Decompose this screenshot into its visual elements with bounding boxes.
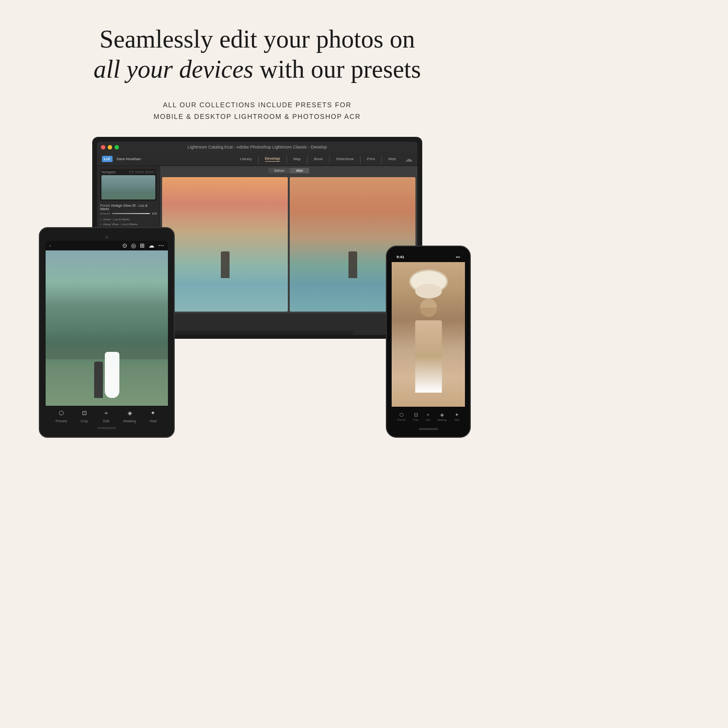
tablet-tool-masking[interactable]: ◈ Masking: [123, 409, 136, 423]
tablet-icon-5[interactable]: ⋯: [158, 242, 164, 249]
phone-screen: 9:41 ▪▪▪: [392, 251, 465, 426]
lr-view-tabs: Before After: [160, 166, 417, 175]
maximize-button[interactable]: [115, 145, 119, 149]
amount-row: Amount 100: [100, 212, 157, 215]
nav-print[interactable]: Print: [367, 157, 375, 161]
mountain-bg: [46, 297, 168, 359]
lr-photos: [160, 175, 417, 314]
tablet-photo: [46, 250, 168, 406]
presets-icon: ⬡: [56, 409, 66, 418]
close-button[interactable]: [101, 145, 105, 149]
edit-label: Edit: [103, 419, 109, 423]
photo-figure: [221, 251, 230, 278]
tablet-icon-3[interactable]: ⊞: [140, 242, 145, 249]
masking-label: Masking: [123, 419, 136, 423]
tablet-toolbar: ⬡ Presets ⊡ Crop ≡ Edit ◈ Masking: [46, 406, 168, 425]
preset-label: Preset Vintage Glow 05 - Lou & Marks: [100, 204, 157, 211]
tablet-tool-edit[interactable]: ≡ Edit: [101, 409, 111, 423]
amount-value: 100: [152, 212, 157, 215]
headline-italic: all your devices: [94, 55, 253, 83]
tablet-icon-4[interactable]: ☁: [149, 242, 154, 249]
nav-develop[interactable]: Develop: [265, 156, 280, 162]
lr-header: LrC Sara Houlihan Library | Develop | Ma…: [97, 152, 417, 166]
phone-presets-icon: ⬡: [399, 412, 404, 417]
lr-user: Sara Houlihan: [116, 157, 141, 161]
lr-nav: Library | Develop | Map | Book | Slidesh…: [240, 154, 413, 164]
tablet-body: ‹ ⊙ ◎ ⊞ ☁ ⋯: [39, 227, 175, 438]
list-item[interactable]: Vacay Vibes - Lou & Marks: [100, 222, 157, 227]
preset-value: Vintage Glow 05 - Lou & Marks: [100, 204, 148, 211]
edit-icon: ≡: [101, 409, 111, 418]
phone-toolbar: ⬡ Presets ⊡ Crop ≡ Edit ◈ Masking: [392, 407, 465, 426]
tablet-status-bar: ‹ ⊙ ◎ ⊞ ☁ ⋯: [46, 241, 168, 250]
phone-tool-heal[interactable]: ✦ Heal: [454, 412, 459, 421]
lr-main: Before After: [160, 166, 417, 314]
bride-figure: [105, 352, 119, 398]
phone-edit-label: Edit: [426, 418, 430, 421]
heal-icon: ✦: [148, 409, 158, 418]
main-headline: Seamlessly edit your photos on all your …: [94, 24, 421, 85]
groom-figure: [94, 362, 103, 398]
traffic-lights: [101, 145, 119, 149]
tablet-top-icons: ⊙ ◎ ⊞ ☁ ⋯: [122, 242, 164, 249]
subheadline-line2: MOBILE & DESKTOP LIGHTROOM & PHOTOSHOP A…: [154, 111, 361, 123]
crop-icon: ⊡: [80, 409, 89, 418]
phone-tool-presets[interactable]: ⬡ Presets: [397, 412, 406, 421]
tablet-home-indicator: [97, 427, 116, 429]
nav-library[interactable]: Library: [240, 157, 251, 161]
phone-time: 9:41: [397, 255, 404, 259]
laptop-titlebar: Lightroom Catalog.lrcat - Adobe Photosho…: [97, 142, 417, 152]
phone-crop-icon: ⊡: [414, 412, 418, 417]
tablet: ‹ ⊙ ◎ ⊞ ☁ ⋯: [39, 227, 175, 438]
tablet-tool-presets[interactable]: ⬡ Presets: [56, 409, 67, 423]
amount-label: Amount: [100, 212, 110, 215]
tablet-icon-1[interactable]: ⊙: [122, 242, 127, 249]
camera-dot: [105, 236, 108, 239]
model-body: [415, 320, 442, 393]
tablet-tool-heal[interactable]: ✦ Heal: [148, 409, 158, 423]
phone-home-bar: [419, 428, 438, 430]
phone-tool-crop[interactable]: ⊡ Crop: [413, 412, 418, 421]
lr-navigator: Navigator FIT 100% 200% !: [100, 169, 157, 201]
headline-rest: with our presets: [253, 55, 421, 83]
phone-photo: [392, 262, 465, 407]
before-photo: [162, 177, 288, 312]
amount-slider[interactable]: [112, 213, 150, 214]
phone-body: 9:41 ▪▪▪: [386, 246, 471, 438]
masking-icon: ◈: [125, 409, 134, 418]
tablet-tool-crop[interactable]: ⊡ Crop: [80, 409, 89, 423]
nav-web[interactable]: Web: [388, 157, 396, 161]
list-item[interactable]: Urban - Lou & Marks: [100, 217, 157, 222]
window-title: Lightroom Catalog.lrcat - Adobe Photosho…: [187, 145, 327, 149]
tablet-screen: ‹ ⊙ ◎ ⊞ ☁ ⋯: [46, 241, 168, 425]
devices-container: Lightroom Catalog.lrcat - Adobe Photosho…: [29, 137, 485, 438]
tab-after[interactable]: After: [290, 168, 309, 173]
subheadline-line1: ALL OUR COLLECTIONS INCLUDE PRESETS FOR: [154, 99, 361, 111]
phone-heal-icon: ✦: [455, 412, 459, 417]
crop-label: Crop: [81, 419, 88, 423]
nav-book[interactable]: Book: [314, 157, 323, 161]
tablet-icon-2[interactable]: ◎: [131, 242, 136, 249]
headline-line1: Seamlessly edit your photos on: [99, 25, 415, 53]
phone-masking-label: Masking: [438, 418, 447, 421]
phone-tool-edit[interactable]: ≡ Edit: [426, 412, 430, 421]
tab-before[interactable]: Before: [268, 168, 290, 173]
lr-logo: LrC: [102, 156, 113, 162]
photo-figure-after: [348, 251, 357, 278]
phone: 9:41 ▪▪▪: [386, 246, 471, 438]
phone-masking-icon: ◈: [440, 412, 444, 417]
navigator-label: Navigator: [101, 170, 116, 174]
heal-label: Heal: [149, 419, 156, 423]
tablet-top: [46, 234, 168, 241]
nav-slideshow[interactable]: Slideshow: [336, 157, 353, 161]
subheadline: ALL OUR COLLECTIONS INCLUDE PRESETS FOR …: [154, 99, 361, 123]
model-face: [420, 298, 437, 317]
phone-crop-label: Crop: [413, 418, 418, 421]
tablet-back-btn[interactable]: ‹: [50, 244, 50, 248]
wedding-couple: [94, 352, 119, 398]
minimize-button[interactable]: [108, 145, 112, 149]
phone-tool-masking[interactable]: ◈ Masking: [438, 412, 447, 421]
nav-map[interactable]: Map: [293, 157, 301, 161]
phone-status-icons: ▪▪▪: [456, 255, 460, 259]
presets-label: Presets: [56, 419, 67, 423]
